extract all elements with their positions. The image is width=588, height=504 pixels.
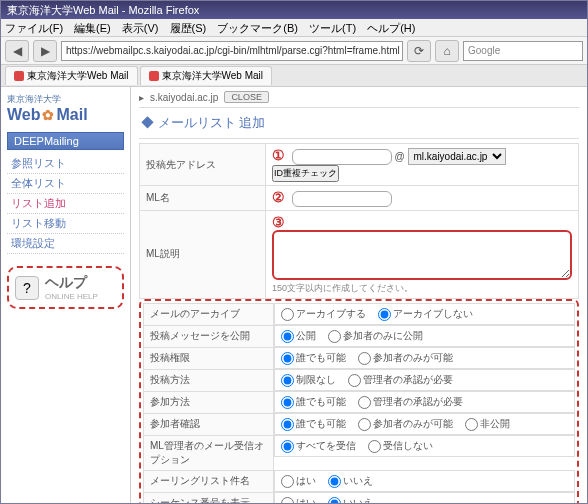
confirm-private[interactable] — [465, 418, 478, 431]
tab-1[interactable]: 東京海洋大学Web Mail — [140, 66, 273, 85]
main-panel: ▸ s.kaiyodai.ac.jp CLOSE ◆ メールリスト 追加 投稿先… — [131, 87, 587, 503]
folder-icon: ▸ — [139, 92, 144, 103]
menu-view[interactable]: 表示(V) — [122, 22, 159, 34]
url-bar[interactable]: https://webmailpc.s.kaiyodai.ac.jp/cgi-b… — [61, 41, 403, 61]
confirm-any[interactable] — [281, 418, 294, 431]
mlhead-yes[interactable] — [281, 475, 294, 488]
menubar: ファイル(F) 編集(E) 表示(V) 履歴(S) ブックマーク(B) ツール(… — [1, 19, 587, 37]
archive-yes[interactable] — [281, 308, 294, 321]
label-admin-recv: ML管理者のメール受信オプション — [144, 435, 274, 470]
menu-bookmarks[interactable]: ブックマーク(B) — [217, 22, 298, 34]
publish-members[interactable] — [328, 330, 341, 343]
tab-label: 東京海洋大学Web Mail — [162, 69, 264, 83]
label-method: 投稿方法 — [144, 369, 274, 391]
dup-check-button[interactable]: ID重複チェック — [272, 165, 339, 182]
reload-button[interactable]: ⟳ — [407, 40, 431, 62]
tab-label: 東京海洋大学Web Mail — [27, 69, 129, 83]
nav-toolbar: ◀ ▶ https://webmailpc.s.kaiyodai.ac.jp/c… — [1, 37, 587, 65]
home-button[interactable]: ⌂ — [435, 40, 459, 62]
label-confirm: 参加者確認 — [144, 413, 274, 435]
help-sub: ONLINE HELP — [45, 292, 98, 301]
mlhead-no[interactable] — [328, 475, 341, 488]
addr-input[interactable] — [292, 149, 392, 165]
annot-1: ① — [272, 147, 285, 163]
seqshow-yes[interactable] — [281, 497, 294, 504]
menu-file[interactable]: ファイル(F) — [5, 22, 63, 34]
url-text: https://webmailpc.s.kaiyodai.ac.jp/cgi-b… — [66, 45, 400, 56]
help-box[interactable]: ? ヘルプ ONLINE HELP — [7, 266, 124, 309]
perm-members[interactable] — [358, 352, 371, 365]
sidebar-item-ref[interactable]: 参照リスト — [7, 154, 124, 174]
sidebar-item-add[interactable]: リスト追加 — [7, 194, 124, 214]
domain-select[interactable]: ml.kaiyodai.ac.jp — [408, 148, 506, 165]
tabbar: 東京海洋大学Web Mail 東京海洋大学Web Mail — [1, 65, 587, 87]
window-title: 東京海洋大学Web Mail - Mozilla Firefox — [7, 3, 199, 18]
menu-history[interactable]: 履歴(S) — [170, 22, 207, 34]
crumb-path: s.kaiyodai.ac.jp — [150, 92, 218, 103]
search-placeholder: Google — [468, 45, 500, 56]
forward-button[interactable]: ▶ — [33, 40, 57, 62]
method-none[interactable] — [281, 374, 294, 387]
adminrecv-all[interactable] — [281, 440, 294, 453]
desc-note: 150文字以内に作成してください。 — [272, 282, 572, 295]
perm-any[interactable] — [281, 352, 294, 365]
sidebar: 東京海洋大学 Web ✿ Mail DEEPMailing 参照リスト 全体リス… — [1, 87, 131, 503]
sidebar-head: DEEPMailing — [7, 132, 124, 150]
confirm-members[interactable] — [358, 418, 371, 431]
close-button[interactable]: CLOSE — [224, 91, 269, 103]
sidebar-item-move[interactable]: リスト移動 — [7, 214, 124, 234]
sidebar-item-all[interactable]: 全体リスト — [7, 174, 124, 194]
label-perm: 投稿権限 — [144, 347, 274, 369]
desc-textarea[interactable] — [272, 230, 572, 280]
label-name: ML名 — [140, 186, 266, 211]
form-table: 投稿先アドレス ① @ ml.kaiyodai.ac.jp ID重複チェック M… — [139, 143, 579, 299]
sidebar-item-env[interactable]: 環境設定 — [7, 234, 124, 254]
help-icon: ? — [15, 276, 39, 300]
adminrecv-none[interactable] — [368, 440, 381, 453]
options-block: メールのアーカイブ アーカイブするアーカイブしない 投稿メッセージを公開 公開参… — [139, 299, 579, 504]
logo-web: Web — [7, 106, 40, 124]
logo-mail: Mail — [56, 106, 87, 124]
label-desc: ML説明 — [140, 210, 266, 298]
label-publish: 投稿メッセージを公開 — [144, 325, 274, 347]
annot-3: ③ — [272, 214, 285, 230]
annot-2: ② — [272, 189, 285, 205]
tab-icon — [14, 71, 24, 81]
label-seqshow: シーケンス番号を表示 — [144, 492, 274, 503]
label-addr: 投稿先アドレス — [140, 144, 266, 186]
menu-help[interactable]: ヘルプ(H) — [367, 22, 415, 34]
back-button[interactable]: ◀ — [5, 40, 29, 62]
menu-edit[interactable]: 編集(E) — [74, 22, 111, 34]
help-label: ヘルプ — [45, 274, 87, 290]
flower-icon: ✿ — [42, 107, 54, 123]
page-title: ◆ メールリスト 追加 — [139, 107, 579, 139]
label-archive: メールのアーカイブ — [144, 303, 274, 325]
label-join: 参加方法 — [144, 391, 274, 413]
tab-icon — [149, 71, 159, 81]
logo-sub: 東京海洋大学 — [7, 93, 124, 106]
window-titlebar: 東京海洋大学Web Mail - Mozilla Firefox — [1, 1, 587, 19]
search-box[interactable]: Google — [463, 41, 583, 61]
join-approve[interactable] — [358, 396, 371, 409]
method-approve[interactable] — [348, 374, 361, 387]
breadcrumb: ▸ s.kaiyodai.ac.jp CLOSE — [139, 91, 579, 103]
label-mlhead: メーリングリスト件名 — [144, 470, 274, 492]
publish-open[interactable] — [281, 330, 294, 343]
join-any[interactable] — [281, 396, 294, 409]
mlname-input[interactable] — [292, 191, 392, 207]
menu-tools[interactable]: ツール(T) — [309, 22, 356, 34]
seqshow-no[interactable] — [328, 497, 341, 504]
tab-0[interactable]: 東京海洋大学Web Mail — [5, 66, 138, 85]
logo: 東京海洋大学 Web ✿ Mail — [7, 93, 124, 124]
archive-no[interactable] — [378, 308, 391, 321]
